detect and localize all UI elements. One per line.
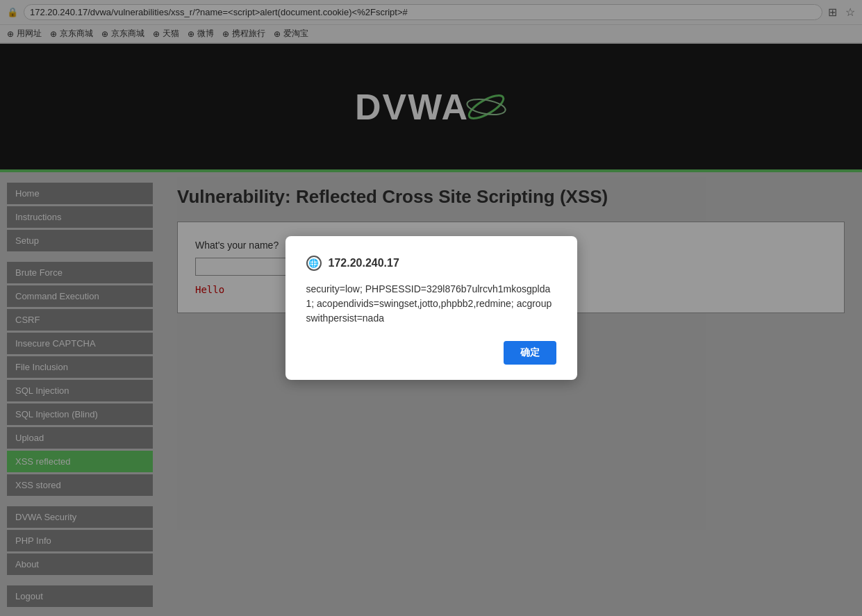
globe-icon: 🌐 bbox=[306, 256, 322, 271]
dialog-domain: 172.20.240.17 bbox=[329, 257, 399, 269]
dialog-body: security=low; PHPSESSID=329l876b7ulrcvh1… bbox=[306, 282, 556, 326]
dialog-ok-button[interactable]: 确定 bbox=[504, 341, 556, 365]
alert-overlay: 🌐 172.20.240.17 security=low; PHPSESSID=… bbox=[0, 0, 862, 616]
dialog-header: 🌐 172.20.240.17 bbox=[306, 256, 556, 271]
dialog-footer: 确定 bbox=[306, 341, 556, 365]
alert-dialog: 🌐 172.20.240.17 security=low; PHPSESSID=… bbox=[285, 236, 577, 380]
